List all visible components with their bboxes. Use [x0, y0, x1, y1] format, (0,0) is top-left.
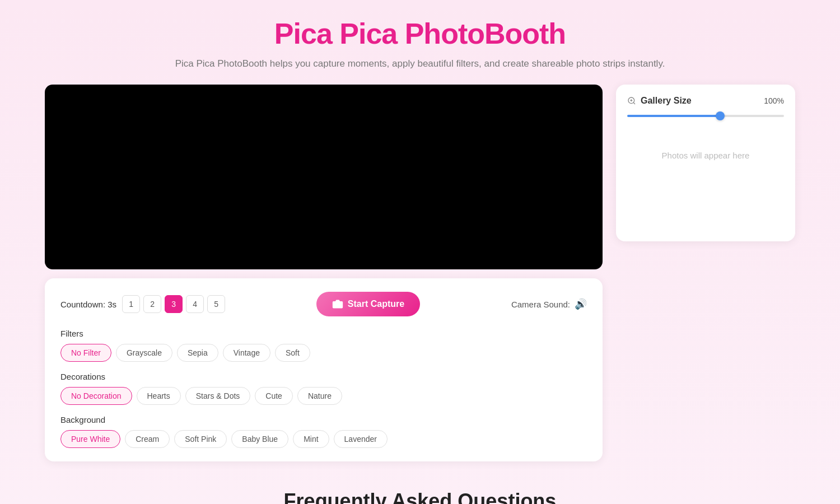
background-label: Background [60, 415, 587, 424]
filter-sepia[interactable]: Sepia [177, 344, 218, 362]
decoration-no-decoration[interactable]: No Decoration [60, 387, 132, 405]
gallery-header: Gallery Size 100% [627, 96, 784, 106]
slider-row [627, 115, 784, 117]
start-capture-button[interactable]: Start Capture [316, 292, 420, 316]
countdown-btn-2[interactable]: 2 [143, 295, 161, 313]
page-subtitle: Pica Pica PhotoBooth helps you capture m… [0, 56, 840, 71]
filters-label: Filters [60, 329, 587, 338]
gallery-title: Gallery Size [641, 96, 692, 106]
decoration-hearts[interactable]: Hearts [137, 387, 181, 405]
filter-no-filter[interactable]: No Filter [60, 344, 111, 362]
controls-card: Countdown: 3s 1 2 3 4 5 [45, 278, 603, 461]
faq-section: Frequently Asked Questions Everything yo… [0, 461, 840, 504]
page-wrapper: Pica Pica PhotoBooth Pica Pica PhotoBoot… [0, 0, 840, 504]
camera-icon [332, 298, 343, 310]
countdown-section: Countdown: 3s 1 2 3 4 5 [60, 295, 225, 313]
sound-icon[interactable]: 🔊 [575, 298, 587, 310]
decoration-stars-dots[interactable]: Stars & Dots [185, 387, 251, 405]
gallery-size-pct: 100% [764, 96, 784, 105]
svg-point-0 [335, 303, 339, 307]
camera-sound-section: Camera Sound: 🔊 [511, 298, 587, 310]
svg-line-2 [633, 102, 635, 104]
background-section: Background Pure White Cream Soft Pink Ba… [60, 415, 587, 448]
countdown-label: Countdown: 3s [60, 300, 116, 309]
bg-cream[interactable]: Cream [125, 430, 170, 448]
camera-sound-label: Camera Sound: [511, 300, 570, 309]
filters-section: Filters No Filter Grayscale Sepia Vintag… [60, 329, 587, 362]
camera-view [45, 85, 603, 269]
bg-lavender[interactable]: Lavender [334, 430, 388, 448]
header: Pica Pica PhotoBooth Pica Pica PhotoBoot… [0, 17, 840, 71]
decoration-nature[interactable]: Nature [297, 387, 342, 405]
decorations-label: Decorations [60, 372, 587, 381]
gallery-zoom-icon [627, 96, 636, 105]
decoration-cute[interactable]: Cute [255, 387, 293, 405]
countdown-btn-5[interactable]: 5 [207, 295, 225, 313]
gallery-sidebar: Gallery Size 100% Photos will appear her… [616, 85, 795, 241]
bg-pure-white[interactable]: Pure White [60, 430, 120, 448]
countdown-btn-3[interactable]: 3 [165, 295, 183, 313]
main-layout: Countdown: 3s 1 2 3 4 5 [0, 85, 840, 461]
countdown-btn-1[interactable]: 1 [122, 295, 140, 313]
decoration-tags: No Decoration Hearts Stars & Dots Cute N… [60, 387, 587, 405]
controls-top-row: Countdown: 3s 1 2 3 4 5 [60, 292, 587, 316]
decorations-section: Decorations No Decoration Hearts Stars &… [60, 372, 587, 405]
countdown-buttons: 1 2 3 4 5 [122, 295, 225, 313]
bg-mint[interactable]: Mint [293, 430, 329, 448]
bg-baby-blue[interactable]: Baby Blue [231, 430, 288, 448]
filter-tags: No Filter Grayscale Sepia Vintage Soft [60, 344, 587, 362]
gallery-size-slider[interactable] [627, 115, 784, 117]
faq-title: Frequently Asked Questions [45, 489, 795, 504]
camera-section: Countdown: 3s 1 2 3 4 5 [45, 85, 603, 461]
gallery-title-row: Gallery Size [627, 96, 692, 106]
gallery-empty-text: Photos will appear here [627, 151, 784, 160]
filter-grayscale[interactable]: Grayscale [116, 344, 172, 362]
start-capture-label: Start Capture [348, 299, 404, 309]
background-tags: Pure White Cream Soft Pink Baby Blue Min… [60, 430, 587, 448]
page-title: Pica Pica PhotoBooth [0, 17, 840, 50]
filter-vintage[interactable]: Vintage [223, 344, 270, 362]
filter-soft[interactable]: Soft [275, 344, 310, 362]
bg-soft-pink[interactable]: Soft Pink [174, 430, 227, 448]
countdown-btn-4[interactable]: 4 [186, 295, 204, 313]
